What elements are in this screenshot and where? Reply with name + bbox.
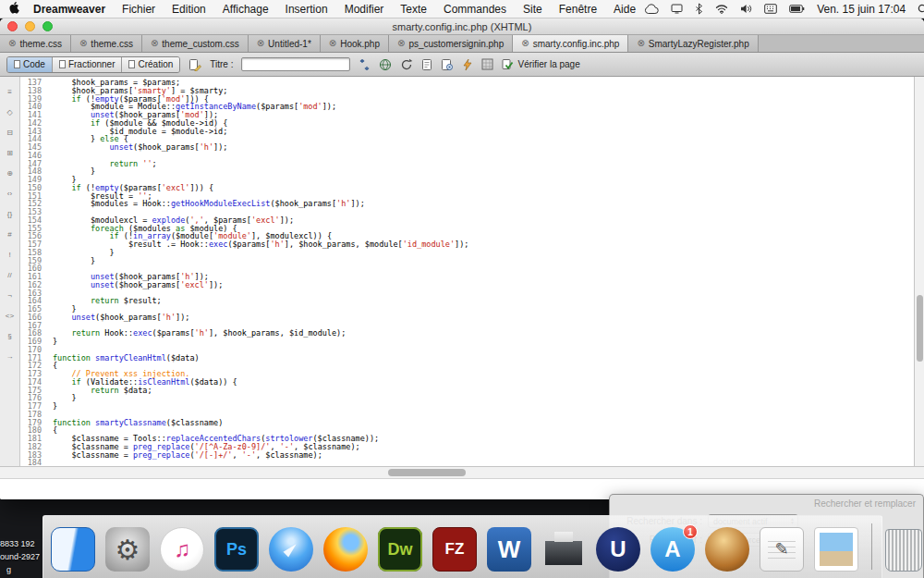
collapse-selection-icon[interactable]: ⊞	[0, 142, 19, 163]
input-source-icon[interactable]	[764, 4, 777, 14]
menu-texte[interactable]: Texte	[392, 0, 435, 18]
expand-all-icon[interactable]: ⊕	[0, 163, 19, 183]
view-mode-code[interactable]: Code	[7, 57, 53, 72]
tab-smarty-config-inc-php[interactable]: ⊗smarty.config.inc.php	[513, 35, 628, 52]
indent-code-icon[interactable]: →	[0, 346, 19, 366]
title-input[interactable]	[241, 57, 350, 71]
itunes-icon[interactable]: ♫	[160, 527, 204, 572]
display-icon[interactable]	[671, 4, 683, 14]
dreamweaver-icon[interactable]: Dw	[378, 527, 422, 572]
menu-aide[interactable]: Aide	[605, 0, 644, 18]
creative-cloud-icon[interactable]	[644, 4, 659, 14]
code-line	[53, 459, 924, 466]
code-line: $classname = preg_replace('/[-]+/', '-',…	[53, 451, 924, 460]
trash-icon[interactable]	[885, 529, 922, 572]
minimize-window-button[interactable]	[25, 21, 35, 31]
refresh-icon[interactable]	[400, 58, 413, 71]
view-mode-fractionner[interactable]: Fractionner	[53, 57, 123, 72]
close-tab-icon[interactable]: ⊗	[79, 39, 87, 48]
view-options-icon[interactable]	[441, 58, 454, 71]
recent-snippets-icon[interactable]: §	[0, 326, 19, 346]
balance-braces-icon[interactable]: {}	[0, 203, 19, 224]
battery-icon	[789, 5, 805, 13]
close-tab-icon[interactable]: ⊗	[329, 39, 336, 48]
photoshop-icon[interactable]: Ps	[214, 527, 259, 572]
menu-affichage[interactable]: Affichage	[214, 0, 277, 18]
check-page-button[interactable]: Vérifier la page	[502, 58, 579, 70]
system-preferences-icon[interactable]: ⚙	[105, 527, 150, 572]
menu-fichier[interactable]: Fichier	[114, 0, 164, 18]
file-sync-icon[interactable]	[359, 58, 371, 71]
app-store-icon[interactable]: A1	[650, 527, 695, 572]
spotlight-search-icon[interactable]	[918, 4, 924, 15]
firefox-icon[interactable]	[323, 527, 368, 572]
menu-insertion[interactable]: Insertion	[277, 0, 336, 18]
finder-icon[interactable]	[51, 527, 95, 572]
word-icon[interactable]: W	[487, 527, 531, 572]
dock-divider	[871, 523, 872, 570]
horizontal-scrollbar[interactable]	[0, 466, 924, 478]
close-tab-icon[interactable]: ⊗	[521, 39, 529, 48]
menu-commandes[interactable]: Commandes	[435, 0, 515, 18]
zoom-window-button[interactable]	[43, 21, 53, 31]
tab-label: Hook.php	[340, 39, 380, 49]
select-parent-tag-icon[interactable]: ‹›	[0, 183, 19, 203]
inspect-grid-icon[interactable]	[481, 58, 493, 70]
close-tab-icon[interactable]: ⊗	[397, 39, 405, 48]
view-mode-label: Fractionner	[68, 59, 116, 69]
apple-menu-icon[interactable]	[9, 2, 21, 16]
tab-theme-css[interactable]: ⊗theme.css	[0, 35, 71, 52]
code-line: if (!empty($params['excl'])) {	[53, 184, 924, 192]
file-status-icon[interactable]	[421, 58, 432, 71]
tab-label: theme.css	[91, 39, 133, 49]
document-edit-icon[interactable]	[188, 58, 201, 71]
menu-edition[interactable]: Edition	[164, 0, 214, 18]
code-navigator-icon[interactable]	[462, 58, 473, 71]
code-view[interactable]: $hook_params = $params; $hook_params['sm…	[46, 77, 924, 466]
open-documents-icon[interactable]: ≡	[0, 81, 19, 102]
menu-dreamweaver[interactable]: Dreamweaver	[25, 0, 114, 18]
code-navigator-icon[interactable]: ◇	[0, 102, 19, 122]
utorrent-icon[interactable]: U	[596, 527, 640, 572]
menu-site[interactable]: Site	[515, 0, 551, 18]
close-tab-icon[interactable]: ⊗	[8, 39, 16, 48]
wrap-tag-icon[interactable]: <>	[0, 305, 19, 326]
filezilla-icon[interactable]: FZ	[432, 527, 477, 572]
dock: ⚙♫PsDwFZWUA1✎	[43, 515, 882, 578]
menu-fene-tre[interactable]: Fenêtre	[551, 0, 605, 18]
collapse-full-tag-icon[interactable]: ⊟	[0, 122, 19, 142]
preview-icon[interactable]	[814, 527, 858, 572]
close-tab-icon[interactable]: ⊗	[637, 39, 644, 48]
textedit-icon[interactable]: ✎	[760, 527, 804, 572]
tab-hook-php[interactable]: ⊗Hook.php	[321, 35, 389, 52]
vertical-scrollbar[interactable]	[914, 77, 924, 466]
volume-icon[interactable]	[740, 4, 752, 14]
line-numbers-icon[interactable]: #	[0, 224, 19, 244]
view-mode-doc-icon	[14, 60, 20, 68]
tab-ps-customersignin-php[interactable]: ⊗ps_customersignin.php	[389, 35, 513, 52]
view-mode-doc-icon	[59, 60, 66, 68]
tab-theme-css[interactable]: ⊗theme.css	[71, 35, 142, 52]
vertical-scrollbar-thumb[interactable]	[917, 295, 923, 362]
bluetooth-icon[interactable]	[695, 3, 703, 15]
menu-modifier[interactable]: Modifier	[336, 0, 393, 18]
code-editor[interactable]: ≡◇⊟⊞⊕‹›{}#!//¬<>§→ 137138139140141142143…	[0, 77, 924, 466]
safari-icon[interactable]	[269, 527, 313, 572]
view-mode-cre-ation[interactable]: Création	[122, 57, 179, 72]
highlight-invalid-icon[interactable]: !	[0, 244, 19, 264]
close-window-button[interactable]	[7, 21, 18, 31]
close-tab-icon[interactable]: ⊗	[151, 39, 158, 48]
printer-icon[interactable]	[541, 527, 586, 572]
wifi-icon[interactable]	[715, 4, 728, 14]
remove-comment-icon[interactable]: ¬	[0, 285, 19, 305]
tab-smartylazyregister-php[interactable]: ⊗SmartyLazyRegister.php	[628, 35, 758, 52]
horizontal-scrollbar-thumb[interactable]	[388, 469, 466, 476]
menu-clock[interactable]: Ven. 15 juin 17:04	[817, 3, 906, 16]
tab-untitled-1[interactable]: ⊗Untitled-1*	[249, 35, 321, 52]
apply-comment-icon[interactable]: //	[0, 264, 19, 285]
close-tab-icon[interactable]: ⊗	[257, 39, 264, 48]
iphoto-icon[interactable]	[705, 527, 749, 572]
title-bar[interactable]: smarty.config.inc.php (XHTML)	[0, 18, 924, 35]
tab-theme-custom-css[interactable]: ⊗theme_custom.css	[142, 35, 249, 52]
preview-browser-icon[interactable]	[379, 58, 392, 71]
